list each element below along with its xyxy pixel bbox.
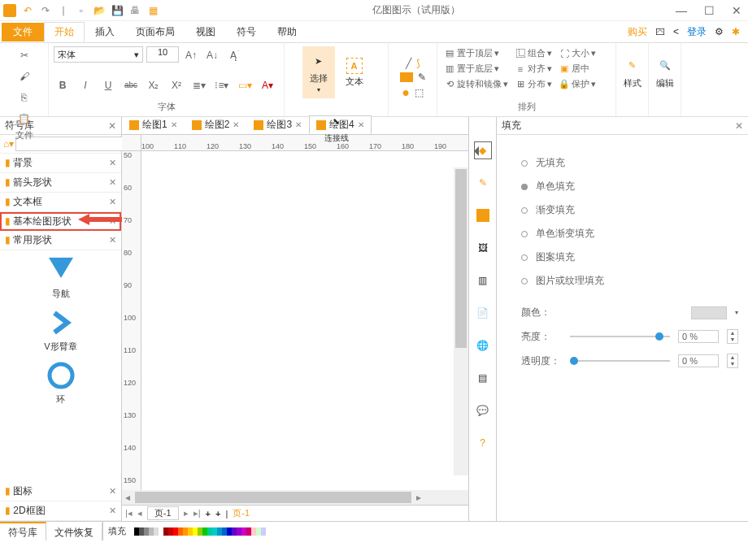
- select-tool[interactable]: ➤ 选择▾: [302, 46, 335, 98]
- pen-shape-icon[interactable]: ✎: [418, 72, 426, 83]
- fill-close-icon[interactable]: ✕: [735, 120, 743, 132]
- superscript-button[interactable]: X²: [167, 76, 185, 94]
- opacity-spinner[interactable]: ▲▼: [727, 354, 738, 368]
- cat-icons[interactable]: ▮ 图标✕: [0, 482, 121, 501]
- style-button[interactable]: ✎样式: [621, 46, 643, 98]
- horizontal-scrollbar[interactable]: ◂▸: [122, 490, 468, 505]
- tab-insert[interactable]: 插入: [85, 22, 125, 42]
- color-swatch[interactable]: [261, 527, 266, 536]
- line-shape-icon[interactable]: ╱: [406, 58, 411, 69]
- bring-front-button[interactable]: ▤置于顶层 ▾: [442, 46, 510, 60]
- subscript-button[interactable]: X₂: [145, 76, 163, 94]
- shape-vchevron[interactable]: V形臂章: [0, 303, 121, 356]
- tab-view[interactable]: 视图: [185, 22, 226, 42]
- open-button[interactable]: 📂: [93, 4, 106, 17]
- strike-button[interactable]: abc: [122, 76, 140, 94]
- comment-panel-icon[interactable]: 💬: [474, 402, 492, 419]
- center-page-button[interactable]: ▣居中: [557, 62, 598, 76]
- page-last-icon[interactable]: ▸|: [194, 508, 201, 519]
- distribute-button[interactable]: ⊞分布 ▾: [513, 77, 554, 91]
- bullets-icon[interactable]: ⁝≡▾: [213, 76, 231, 94]
- brightness-spinner[interactable]: ▲▼: [727, 329, 738, 344]
- help-panel-icon[interactable]: ?: [474, 434, 492, 452]
- rect-shape-icon[interactable]: [400, 72, 413, 82]
- crop-shape-icon[interactable]: ⬚: [415, 87, 424, 98]
- cat-basic-shapes[interactable]: ▮ 基本绘图形状✕: [0, 212, 121, 231]
- brush-icon[interactable]: 🖌: [15, 67, 33, 85]
- bold-button[interactable]: B: [54, 76, 72, 94]
- login-link[interactable]: 登录: [687, 25, 707, 39]
- edit-button[interactable]: 🔍编辑: [654, 46, 676, 98]
- shape-ring[interactable]: 环: [0, 356, 121, 409]
- increase-font-icon[interactable]: A↑: [182, 46, 200, 64]
- share-icon[interactable]: ⮹: [655, 26, 665, 37]
- theme-panel-icon[interactable]: 🌐: [474, 336, 492, 354]
- font-color-icon[interactable]: A▾: [259, 76, 276, 94]
- footer-lib-tab[interactable]: 符号库: [0, 522, 46, 540]
- lib-close-icon[interactable]: ✕: [108, 120, 116, 132]
- align-button[interactable]: ≡对齐 ▾: [513, 62, 554, 76]
- group-button[interactable]: ⿺组合 ▾: [513, 46, 554, 60]
- undo-button[interactable]: ↶: [21, 4, 34, 17]
- cat-background[interactable]: ▮ 背景✕: [0, 154, 121, 173]
- cat-2dframe[interactable]: ▮ 2D框图✕: [0, 501, 121, 521]
- fill-texture-option[interactable]: 图片或纹理填充: [521, 269, 732, 293]
- format-painter-icon[interactable]: ✂: [15, 46, 33, 64]
- doc-tab-2[interactable]: 绘图2✕: [185, 115, 247, 134]
- add-page-button[interactable]: +: [206, 509, 211, 519]
- tab-start[interactable]: 开始: [44, 22, 85, 42]
- fill-none-option[interactable]: 无填充: [521, 151, 732, 175]
- vertical-scrollbar[interactable]: [454, 167, 468, 475]
- doc-tab-1[interactable]: 绘图1✕: [122, 115, 185, 134]
- shape-nav[interactable]: 导航: [0, 250, 121, 303]
- redo-button[interactable]: ↷: [39, 4, 52, 17]
- fill-panel-icon[interactable]: ◆: [474, 141, 492, 159]
- text-tool[interactable]: A 文本: [338, 46, 371, 98]
- lock-button[interactable]: 🔒保护 ▾: [557, 77, 598, 91]
- tab-symbols[interactable]: 符号: [226, 22, 267, 42]
- line-spacing-icon[interactable]: ≣▾: [190, 76, 208, 94]
- fill-solid-option[interactable]: 单色填充: [521, 175, 732, 198]
- decrease-font-icon[interactable]: A↓: [203, 46, 221, 64]
- copy-button[interactable]: ⎘: [15, 89, 33, 106]
- page-tab[interactable]: 页-1: [147, 506, 179, 520]
- cat-common[interactable]: ▮ 常用形状✕: [0, 231, 121, 250]
- highlight-icon[interactable]: ▭▾: [236, 76, 254, 94]
- connector-tool[interactable]: ⬊ 连接线: [320, 102, 353, 154]
- ruler-vertical[interactable]: 5060708090100110120130140150: [122, 151, 141, 490]
- page-next-icon[interactable]: ▸: [184, 508, 189, 519]
- print-button[interactable]: 🖶: [128, 4, 141, 17]
- layer-panel-icon[interactable]: ▥: [474, 271, 492, 289]
- font-size-combo[interactable]: 10: [146, 46, 179, 63]
- close-button[interactable]: ✕: [728, 4, 745, 17]
- clear-format-icon[interactable]: Ąؘ: [224, 46, 242, 64]
- fill-pattern-option[interactable]: 图案填充: [521, 245, 732, 269]
- opacity-value[interactable]: 0 %: [678, 354, 719, 367]
- cat-arrows[interactable]: ▮ 箭头形状✕: [0, 173, 121, 193]
- new-button[interactable]: ▫: [75, 4, 88, 17]
- font-family-combo[interactable]: 宋体▾: [54, 46, 143, 63]
- opacity-slider[interactable]: [570, 360, 670, 362]
- fill-monograd-option[interactable]: 单色渐变填充: [521, 222, 732, 245]
- fill-gradient-option[interactable]: 渐变填充: [521, 198, 732, 222]
- brightness-value[interactable]: 0 %: [678, 330, 719, 343]
- tab-layout[interactable]: 页面布局: [125, 22, 185, 42]
- italic-button[interactable]: I: [76, 76, 94, 94]
- brightness-slider[interactable]: [570, 336, 670, 337]
- oval-shape-icon[interactable]: ●: [402, 85, 410, 100]
- send-back-button[interactable]: ▥置于底层 ▾: [442, 62, 510, 76]
- page-current[interactable]: 页-1: [233, 507, 250, 519]
- page-panel-icon[interactable]: 📄: [474, 304, 492, 322]
- color-palette[interactable]: [134, 527, 266, 536]
- save-button[interactable]: 💾: [111, 4, 124, 17]
- color-swatch[interactable]: [691, 306, 727, 319]
- share2-icon[interactable]: <: [673, 26, 679, 37]
- tab-help[interactable]: 帮助: [267, 22, 307, 42]
- cat-textbox[interactable]: ▮ 文本框✕: [0, 193, 121, 212]
- arc-shape-icon[interactable]: ⟆: [416, 58, 420, 69]
- wondershare-icon[interactable]: ✱: [732, 26, 740, 37]
- file-menu[interactable]: 文件: [2, 23, 44, 41]
- underline-button[interactable]: U: [99, 76, 117, 94]
- rotate-button[interactable]: ⟲旋转和镜像 ▾: [442, 77, 510, 91]
- maximize-button[interactable]: ☐: [701, 4, 717, 17]
